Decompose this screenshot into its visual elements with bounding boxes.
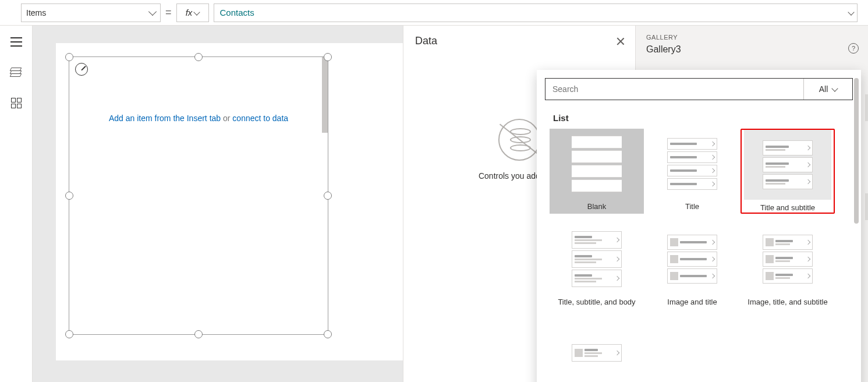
gallery-hint: Add an item from the Insert tab or conne… [69,114,328,123]
formula-bar: Items = fx Contacts [0,0,868,26]
layout-tile-image-title-subtitle[interactable]: Image, title, and subtitle [741,224,835,307]
fx-button[interactable]: fx [176,3,209,22]
layout-filter-label: All [819,84,828,94]
layout-section-title: List [553,113,845,123]
components-icon[interactable] [11,98,22,108]
layout-search-input[interactable] [545,79,803,100]
tile-label: Blank [587,202,607,211]
tile-label: Title, subtitle, and body [558,298,635,307]
layout-tile-image-title[interactable]: Image and title [645,224,739,307]
data-pane-title: Data [415,35,437,47]
layout-tile-blank[interactable]: Blank [550,129,644,214]
resize-handle[interactable] [324,192,332,200]
hint-text-or: or [223,114,232,123]
resize-handle[interactable] [65,330,73,338]
fx-label: fx [186,8,193,17]
resize-handle[interactable] [324,330,332,338]
resize-handle[interactable] [194,330,203,338]
resize-handle[interactable] [194,53,203,61]
formula-value: Contacts [220,8,254,17]
flyout-scrollbar[interactable] [854,78,859,224]
hamburger-icon[interactable] [10,37,22,47]
close-icon[interactable] [617,37,625,45]
left-rail [0,26,33,382]
tree-view-icon[interactable] [10,66,22,78]
pane-accent [865,193,868,220]
properties-category: GALLERY [646,34,858,41]
layout-tile-title-subtitle-body[interactable]: Title, subtitle, and body [550,224,644,307]
resize-handle[interactable] [324,53,332,61]
layout-tile-title-subtitle[interactable]: Title and subtitle [741,129,835,214]
edit-pencil-button[interactable] [75,63,88,76]
pane-accent [865,94,868,121]
connect-to-data-link[interactable]: connect to data [232,114,288,123]
chevron-down-icon [148,8,157,16]
control-name[interactable]: Gallery3 [646,44,858,55]
no-data-icon [498,119,540,161]
resize-handle[interactable] [65,53,73,61]
property-select-label: Items [26,8,46,17]
chevron-down-icon [832,85,838,91]
pencil-icon [79,66,84,72]
tile-label: Image and title [667,298,717,307]
formula-input[interactable]: Contacts [214,3,858,22]
property-select[interactable]: Items [21,3,161,22]
resize-handle[interactable] [65,192,73,200]
equals-label: = [165,6,172,19]
tile-label: Title and subtitle [760,203,815,213]
help-icon[interactable]: ? [848,43,859,54]
canvas-area: Add an item from the Insert tab or conne… [33,26,868,382]
tile-label: Title [685,202,699,211]
tile-label: Image, title, and subtitle [747,298,827,307]
layout-tile-title[interactable]: Title [645,129,739,214]
hint-text-pre: Add an item from the Insert tab [109,114,223,123]
layout-tile-extra[interactable] [550,318,644,383]
layout-tiles: Blank Title [545,129,853,382]
layout-filter-dropdown[interactable]: All [803,79,852,100]
layout-search-row: All [545,78,853,100]
layout-flyout: All List Blank [537,70,861,382]
gallery-selection[interactable]: Add an item from the Insert tab or conne… [69,56,328,335]
chevron-down-icon [194,9,200,15]
chevron-down-icon [848,9,854,15]
